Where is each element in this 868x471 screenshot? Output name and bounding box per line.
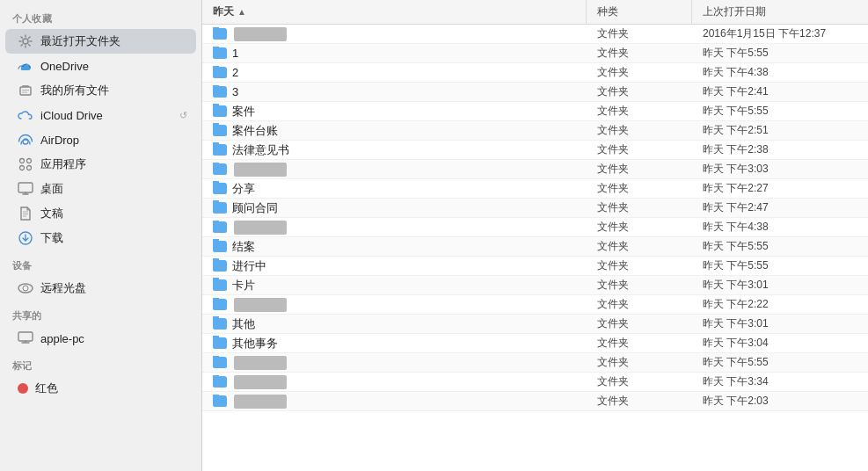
file-date-cell: 昨天 下午5:55 <box>692 258 868 273</box>
sidebar-item-remote-disk[interactable]: 远程光盘 <box>5 276 196 301</box>
file-date-cell: 昨天 下午5:55 <box>692 239 868 254</box>
file-name-cell <box>202 27 587 41</box>
tags-section-label: 标记 <box>0 351 201 376</box>
col-header-name[interactable]: 昨天 ▲ <box>202 0 587 24</box>
sidebar-item-allfiles[interactable]: 我的所有文件 <box>5 78 196 103</box>
file-date-cell: 昨天 下午2:51 <box>692 123 868 138</box>
sidebar-item-recent-label: 最近打开文件夹 <box>40 33 120 49</box>
file-date-cell: 昨天 下午2:41 <box>692 84 868 99</box>
table-row[interactable]: 案件台账文件夹昨天 下午2:51 <box>202 121 868 141</box>
file-date-cell: 昨天 下午2:38 <box>692 142 868 157</box>
sidebar-item-apple-pc[interactable]: apple-pc <box>5 326 196 351</box>
file-name-cell: 其他 <box>202 316 587 332</box>
folder-icon <box>213 163 227 175</box>
table-row[interactable]: 法律意见书文件夹昨天 下午2:38 <box>202 141 868 160</box>
table-row[interactable]: 文件夹昨天 下午3:34 <box>202 373 868 392</box>
table-row[interactable]: 其他事务文件夹昨天 下午3:04 <box>202 334 868 353</box>
sidebar-item-onedrive[interactable]: OneDrive <box>5 54 196 78</box>
file-date-cell: 昨天 下午3:01 <box>692 316 868 331</box>
table-row[interactable]: 3文件夹昨天 下午2:41 <box>202 83 868 102</box>
file-type-cell: 文件夹 <box>587 374 692 389</box>
file-type-cell: 文件夹 <box>587 65 692 80</box>
sidebar-item-docs[interactable]: 文稿 <box>5 201 196 226</box>
table-row[interactable]: 进行中文件夹昨天 下午5:55 <box>202 257 868 276</box>
airdrop-icon <box>18 132 33 148</box>
file-thumbnail <box>234 27 287 41</box>
folder-icon <box>213 28 227 40</box>
file-thumbnail <box>234 163 287 177</box>
file-name-cell: 3 <box>202 85 587 98</box>
svg-rect-1 <box>20 87 31 95</box>
shared-section-label: 共享的 <box>0 301 201 326</box>
file-name-cell: 结案 <box>202 239 587 255</box>
file-name-text: 案件 <box>232 104 255 120</box>
file-type-cell: 文件夹 <box>587 181 692 196</box>
sidebar-item-allfiles-label: 我的所有文件 <box>40 83 109 98</box>
col-header-date[interactable]: 上次打开日期 <box>692 0 868 24</box>
file-name-text: 1 <box>232 47 238 60</box>
table-row[interactable]: 2文件夹昨天 下午4:38 <box>202 63 868 83</box>
file-name-text: 2 <box>232 66 238 79</box>
table-row[interactable]: 分享文件夹昨天 下午2:27 <box>202 179 868 199</box>
svg-rect-9 <box>18 183 33 192</box>
sidebar-item-icloud[interactable]: iCloud Drive ↺ <box>5 103 196 127</box>
folder-icon <box>213 337 227 349</box>
icloud-sync-icon: ↺ <box>179 110 187 121</box>
file-name-text: 其他 <box>232 316 255 332</box>
folder-icon <box>213 202 227 214</box>
sidebar-item-desktop-label: 桌面 <box>40 181 63 197</box>
file-name-text: 进行中 <box>232 258 266 274</box>
file-date-cell: 昨天 下午3:04 <box>692 336 868 351</box>
file-name-cell <box>202 221 587 235</box>
folder-icon <box>213 241 227 252</box>
sidebar-item-desktop[interactable]: 桌面 <box>5 177 196 201</box>
file-date-cell: 昨天 下午5:55 <box>692 104 868 119</box>
file-date-cell: 昨天 下午5:55 <box>692 355 868 370</box>
table-row[interactable]: 结案文件夹昨天 下午5:55 <box>202 237 868 257</box>
file-date-cell: 昨天 下午3:03 <box>692 162 868 177</box>
sidebar-item-red-tag[interactable]: 红色 <box>5 376 196 401</box>
svg-point-0 <box>23 39 28 44</box>
file-name-cell: 案件台账 <box>202 123 587 139</box>
file-date-cell: 2016年1月15日 下午12:37 <box>692 26 868 41</box>
file-name-cell <box>202 298 587 312</box>
table-row[interactable]: 文件夹昨天 下午3:03 <box>202 160 868 179</box>
file-type-cell: 文件夹 <box>587 278 692 293</box>
file-date-cell: 昨天 下午2:47 <box>692 200 868 215</box>
table-row[interactable]: 文件夹2016年1月15日 下午12:37 <box>202 25 868 44</box>
table-row[interactable]: 案件文件夹昨天 下午5:55 <box>202 102 868 121</box>
file-name-text: 法律意见书 <box>232 142 289 158</box>
file-name-cell: 进行中 <box>202 258 587 274</box>
svg-point-7 <box>20 166 25 170</box>
allfiles-icon <box>18 83 33 98</box>
file-name-cell: 卡片 <box>202 278 587 293</box>
file-name-cell: 法律意见书 <box>202 142 587 158</box>
table-row[interactable]: 文件夹昨天 下午4:38 <box>202 218 868 237</box>
sidebar-item-airdrop[interactable]: AirDrop <box>5 127 196 152</box>
favorites-section-label: 个人收藏 <box>0 4 201 29</box>
table-row[interactable]: 文件夹昨天 下午5:55 <box>202 353 868 373</box>
table-row[interactable]: 卡片文件夹昨天 下午3:01 <box>202 276 868 295</box>
file-name-cell: 顾问合同 <box>202 200 587 216</box>
sidebar-item-downloads[interactable]: 下载 <box>5 226 196 250</box>
red-tag-dot <box>18 383 28 394</box>
file-name-text: 分享 <box>232 181 255 197</box>
sidebar-item-recent[interactable]: 最近打开文件夹 <box>5 29 196 54</box>
table-row[interactable]: 顾问合同文件夹昨天 下午2:47 <box>202 199 868 218</box>
folder-icon <box>213 299 227 310</box>
table-row[interactable]: 1文件夹昨天 下午5:55 <box>202 44 868 63</box>
folder-icon <box>213 279 227 291</box>
file-date-cell: 昨天 下午4:38 <box>692 65 868 80</box>
svg-point-8 <box>27 166 32 170</box>
sidebar-item-red-tag-label: 红色 <box>35 380 58 396</box>
icloud-icon <box>18 107 33 123</box>
sidebar-item-onedrive-label: OneDrive <box>40 60 89 73</box>
col-header-type[interactable]: 种类 <box>587 0 692 24</box>
table-row[interactable]: 其他文件夹昨天 下午3:01 <box>202 315 868 334</box>
file-date-cell: 昨天 下午3:34 <box>692 374 868 389</box>
table-row[interactable]: 文件夹昨天 下午2:03 <box>202 392 868 411</box>
table-row[interactable]: 文件夹昨天 下午2:22 <box>202 295 868 315</box>
sidebar-item-apple-pc-label: apple-pc <box>40 332 84 345</box>
folder-icon <box>213 67 227 78</box>
sidebar-item-apps[interactable]: 应用程序 <box>5 152 196 177</box>
